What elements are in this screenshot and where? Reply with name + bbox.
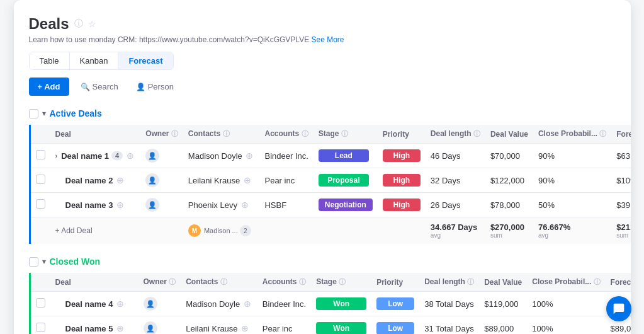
closed-won-title: Closed Won <box>50 256 101 267</box>
contact-avatar: M <box>188 224 201 237</box>
tab-kanban[interactable]: Kanban <box>70 52 119 69</box>
contacts-cell: Madison Doyle ⊕ <box>181 292 257 316</box>
table-row: › Deal name 1 4 ⊕ 👤 Madison Doyle ⊕ Bind… <box>30 144 631 168</box>
priority-cell: High <box>378 193 426 217</box>
summary-forecast: $211,800 sum <box>611 217 630 245</box>
row-checkbox[interactable] <box>36 298 45 308</box>
deal-length-cell: 46 Days <box>426 144 485 168</box>
priority-cell: Low <box>371 292 419 316</box>
deal-count-badge: 4 <box>111 151 123 160</box>
th-stage-w: Stage ⓘ <box>311 273 371 292</box>
th-contacts-w: Contacts ⓘ <box>181 273 257 292</box>
page-title: Deals <box>29 15 69 33</box>
summary-accounts <box>259 217 313 245</box>
deal-length-cell: 32 Days <box>426 168 485 193</box>
avatar: 👤 <box>144 321 157 334</box>
row-checkbox[interactable] <box>36 175 45 184</box>
closed-won-header: ▾ Closed Won <box>29 254 616 269</box>
chat-bubble[interactable] <box>606 296 631 321</box>
summary-check <box>30 217 50 245</box>
add-owner-btn[interactable]: ⊕ <box>115 199 125 211</box>
active-deals-title: Active Deals <box>50 108 102 118</box>
accounts-cell: Pear inc <box>257 316 311 335</box>
tab-forecast[interactable]: Forecast <box>118 52 172 69</box>
table-row: Deal name 2 ⊕ 👤 Leilani Krause ⊕ Pear in… <box>30 168 631 193</box>
stage-cell: Proposal <box>314 168 378 193</box>
search-button[interactable]: 🔍 Search <box>74 78 125 96</box>
th-contacts: Contacts ⓘ <box>183 125 260 144</box>
summary-forecast-text: $211,800 <box>616 222 630 232</box>
deal-length-cell: 26 Days <box>426 193 485 217</box>
accounts-cell: Bindeer Inc. <box>259 144 313 168</box>
add-contact-btn[interactable]: ⊕ <box>242 297 252 310</box>
owner-cell: 👤 <box>140 144 183 168</box>
accounts-cell: Bindeer Inc. <box>257 292 311 316</box>
avatar: 👤 <box>145 173 159 187</box>
close-prob-cell: 100% <box>527 292 605 316</box>
see-more-link[interactable]: See More <box>312 35 344 44</box>
deal-name-text: Deal name 3 <box>65 200 113 210</box>
expand-icon[interactable]: › <box>55 152 58 159</box>
active-deals-header-row: Deal Owner ⓘ Contacts ⓘ Accounts ⓘ Stage… <box>30 125 631 144</box>
add-button[interactable]: + Add <box>29 78 69 96</box>
search-icon: 🔍 <box>81 83 90 91</box>
contact-name: Madison Doyle <box>188 151 242 161</box>
th-accounts: Accounts ⓘ <box>259 125 313 144</box>
summary-prob: 76.667% avg <box>533 217 611 245</box>
summary-prob-text: 76.667% <box>538 222 570 232</box>
contact-name: Phoenix Levy <box>188 200 237 210</box>
stage-badge: Proposal <box>319 174 369 187</box>
row-checkbox[interactable] <box>36 199 45 209</box>
row-checkbox[interactable] <box>36 323 45 332</box>
stage-cell: Negotiation <box>314 193 378 217</box>
owner-cell: 👤 <box>140 193 183 217</box>
closed-won-table: Deal Owner ⓘ Contacts ⓘ Accounts ⓘ Stage… <box>29 273 631 334</box>
row-check-cell <box>30 168 50 193</box>
close-prob-cell: 90% <box>533 168 611 193</box>
deal-length-cell: 31 Total Days <box>419 316 479 335</box>
person-button[interactable]: 👤 Person <box>130 78 180 96</box>
summary-contacts: M Madison ... 2 <box>183 217 260 245</box>
forecast-cell: $109,800 <box>611 168 630 193</box>
add-deal-link[interactable]: + Add Deal <box>55 226 136 235</box>
active-deals-checkbox[interactable] <box>29 109 38 118</box>
contact-name: Leilani Krause <box>188 176 240 185</box>
contact-name: Madison Doyle <box>186 299 240 309</box>
summary-add-deal: + Add Deal <box>50 217 141 245</box>
deal-name-text: Deal name 2 <box>65 176 113 185</box>
summary-owner <box>140 217 183 245</box>
active-deals-chevron[interactable]: ▾ <box>42 109 46 118</box>
star-icon[interactable]: ☆ <box>88 19 96 29</box>
priority-cell: High <box>378 144 426 168</box>
add-contact-btn[interactable]: ⊕ <box>242 174 252 187</box>
row-check-cell <box>30 292 50 316</box>
contacts-cell: Phoenix Levy ⊕ <box>183 193 260 217</box>
summary-length: 34.667 Days avg <box>426 217 485 245</box>
info-icon[interactable]: ⓘ <box>74 18 83 30</box>
th-priority-w: Priority <box>371 273 419 292</box>
add-owner-btn[interactable]: ⊕ <box>125 149 135 162</box>
owner-cell: 👤 <box>138 292 181 316</box>
closed-won-header-row: Deal Owner ⓘ Contacts ⓘ Accounts ⓘ Stage… <box>30 273 631 292</box>
add-contact-btn[interactable]: ⊕ <box>244 149 254 162</box>
deal-value-cell: $78,000 <box>485 193 533 217</box>
forecast-cell: $63,000 <box>611 144 630 168</box>
row-checkbox[interactable] <box>36 150 45 159</box>
closed-won-checkbox[interactable] <box>29 257 38 267</box>
summary-prob-label: avg <box>538 232 606 239</box>
close-prob-cell: 50% <box>533 193 611 217</box>
tab-table[interactable]: Table <box>30 52 70 69</box>
table-row: Deal name 3 ⊕ 👤 Phoenix Levy ⊕ HSBF Nego… <box>30 193 631 217</box>
table-row: Deal name 5 ⊕ 👤 Leilani Krause ⊕ Pear in… <box>30 316 631 335</box>
priority-cell: High <box>378 168 426 193</box>
add-owner-btn[interactable]: ⊕ <box>115 297 125 310</box>
add-contact-btn[interactable]: ⊕ <box>240 199 250 211</box>
closed-won-chevron[interactable]: ▾ <box>42 257 46 266</box>
add-owner-btn[interactable]: ⊕ <box>115 322 125 334</box>
add-owner-btn[interactable]: ⊕ <box>115 174 125 187</box>
summary-stage <box>314 217 378 245</box>
table-row: Deal name 4 ⊕ 👤 Madison Doyle ⊕ Bindeer … <box>30 292 631 316</box>
add-contact-btn[interactable]: ⊕ <box>240 322 250 334</box>
active-deals-header: ▾ Active Deals <box>29 106 616 121</box>
avatar: 👤 <box>145 198 159 212</box>
